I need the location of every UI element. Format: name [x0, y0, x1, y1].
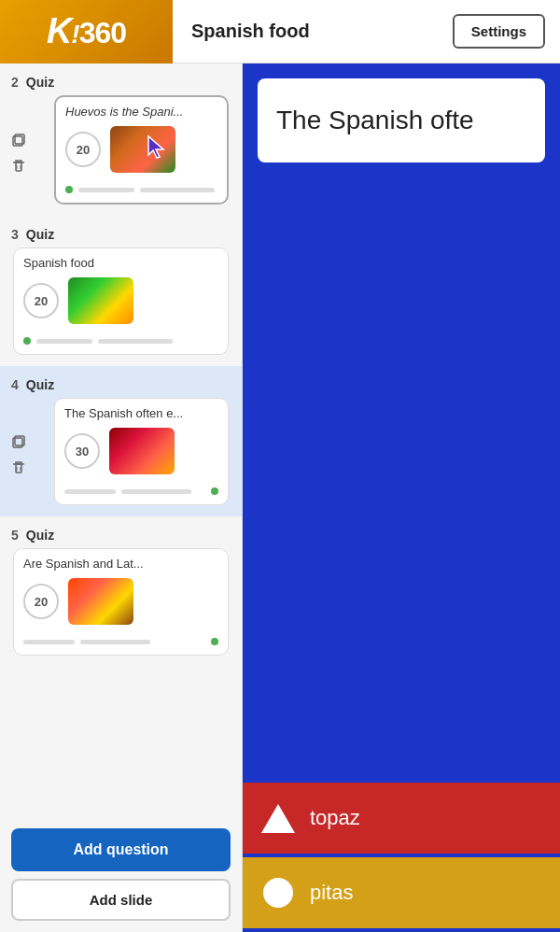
- card-lines-2: [65, 182, 217, 193]
- line-1-4: [64, 489, 116, 494]
- card-title-2: Huevos is the Spani...: [65, 105, 217, 119]
- right-panel: The Spanish ofte topaz pitas: [243, 64, 560, 932]
- card-body-3: 20: [23, 277, 218, 324]
- points-badge-3: 20: [23, 283, 59, 318]
- quiz-card-3[interactable]: Spanish food 20: [13, 247, 229, 355]
- left-panel: 2 Quiz Huevos is the Spani... 20: [0, 64, 243, 932]
- quiz-section-5: 5 Quiz Are Spanish and Lat... 20: [0, 516, 242, 667]
- section-number-4: 4: [11, 377, 19, 392]
- delete-icon-4[interactable]: [9, 459, 28, 477]
- answers-area: topaz pitas: [243, 162, 560, 932]
- section-header-2: 2 Quiz: [4, 71, 238, 93]
- section-number-2: 2: [11, 75, 19, 90]
- triangle-shape-icon: [261, 801, 295, 835]
- card-body-4: 30: [64, 428, 218, 474]
- quiz-card-2[interactable]: Huevos is the Spani... 20: [54, 95, 229, 205]
- add-slide-button[interactable]: Add slide: [11, 879, 231, 921]
- header: K!360 Spanish food Settings: [0, 0, 560, 64]
- line-2-4: [121, 489, 191, 494]
- section-type-3: Quiz: [26, 227, 54, 242]
- quiz-section-4: 4 Quiz The Spanish often e... 30: [0, 366, 242, 516]
- section-number-3: 3: [11, 227, 19, 242]
- card-image-4: [109, 428, 175, 474]
- points-badge-5: 20: [23, 584, 59, 619]
- card-lines-3: [23, 333, 218, 345]
- logo-area: K!360: [0, 0, 173, 64]
- header-title: Spanish food: [173, 21, 453, 42]
- quiz-card-4[interactable]: The Spanish often e... 30: [54, 398, 229, 505]
- answer-option-2[interactable]: pitas: [243, 857, 560, 928]
- answer-option-1[interactable]: topaz: [243, 783, 560, 854]
- line-1-5: [23, 640, 75, 644]
- card-body-2: 20: [65, 126, 217, 173]
- section-type-5: Quiz: [26, 528, 54, 543]
- card-title-3: Spanish food: [23, 256, 218, 270]
- line-2-3: [98, 339, 173, 344]
- settings-button[interactable]: Settings: [453, 14, 545, 49]
- copy-icon-2[interactable]: [9, 131, 28, 149]
- delete-icon-2[interactable]: [9, 157, 28, 176]
- status-dot-5: [211, 638, 218, 645]
- answer-text-2: pitas: [310, 881, 353, 905]
- circle-shape-icon: [261, 876, 295, 910]
- card-image-5: [68, 578, 133, 625]
- quiz-section-3: 3 Quiz Spanish food 20: [0, 216, 242, 366]
- section-type-2: Quiz: [26, 75, 54, 90]
- card-title-5: Are Spanish and Lat...: [23, 557, 218, 571]
- line-1-2: [78, 188, 134, 192]
- section-header-5: 5 Quiz: [4, 524, 238, 546]
- line-2-2: [140, 188, 215, 192]
- line-2-5: [80, 640, 150, 644]
- line-1-3: [36, 339, 92, 344]
- add-question-button[interactable]: Add question: [11, 828, 231, 871]
- quiz-card-5[interactable]: Are Spanish and Lat... 20: [13, 548, 229, 656]
- section-number-5: 5: [11, 528, 19, 543]
- card-title-4: The Spanish often e...: [64, 406, 218, 420]
- section-header-3: 3 Quiz: [4, 223, 238, 246]
- card-lines-5: [23, 634, 218, 645]
- status-dot-4: [211, 487, 218, 495]
- answer-text-1: topaz: [310, 806, 360, 830]
- copy-icon-4[interactable]: [9, 432, 28, 451]
- card-image-2: [110, 126, 175, 173]
- points-badge-2: 20: [65, 132, 101, 167]
- question-box: The Spanish ofte: [258, 78, 545, 162]
- quiz-section-2: 2 Quiz Huevos is the Spani... 20: [0, 64, 242, 216]
- section-header-4: 4 Quiz: [4, 374, 238, 396]
- question-text: The Spanish ofte: [276, 106, 474, 135]
- card-lines-4: [64, 484, 218, 495]
- card-image-3: [68, 277, 133, 324]
- section-type-4: Quiz: [26, 377, 54, 392]
- bottom-buttons: Add question Add slide: [0, 819, 242, 932]
- status-dot-2: [65, 186, 73, 193]
- main-layout: 2 Quiz Huevos is the Spani... 20: [0, 64, 560, 932]
- logo: K!360: [47, 11, 126, 51]
- card-body-5: 20: [23, 578, 218, 625]
- points-badge-4: 30: [64, 433, 100, 469]
- status-dot-3: [23, 337, 31, 345]
